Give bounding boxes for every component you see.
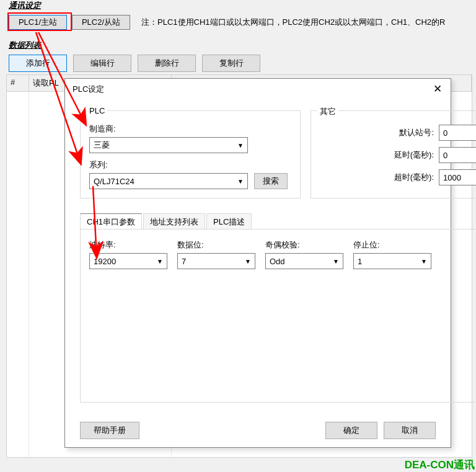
tab-addr[interactable]: 地址支持列表 <box>143 213 205 229</box>
delete-row-button[interactable]: 删除行 <box>138 55 196 72</box>
dialog-title: PLC设定 <box>73 84 104 95</box>
watermark: DEA-CON通讯 <box>405 458 475 472</box>
chevron-down-icon: ▼ <box>157 258 163 265</box>
section-comm-title: 通讯设定 <box>0 0 476 15</box>
tab-serial[interactable]: CH1串口参数 <box>80 213 142 229</box>
station-label: 默认站号: <box>399 127 434 138</box>
series-select[interactable]: Q/LJ71C24 ▼ <box>89 173 248 189</box>
plc2-tab[interactable]: PLC2/从站 <box>72 15 130 30</box>
plc1-tab[interactable]: PLC1/主站 <box>9 15 67 30</box>
delay-input[interactable] <box>439 147 476 163</box>
baud-select[interactable]: 19200 ▼ <box>89 253 167 269</box>
ok-button[interactable]: 确定 <box>325 422 377 439</box>
help-button[interactable]: 帮助手册 <box>80 422 139 439</box>
grid-col-num: # <box>7 75 29 91</box>
add-row-button[interactable]: 添加行 <box>9 55 67 72</box>
fieldset-plc-label: PLC <box>87 106 107 115</box>
fieldset-plc: PLC 制造商: 三菱 ▼ 系列: Q/LJ71C24 ▼ 搜索 <box>80 110 301 198</box>
edit-row-button[interactable]: 编辑行 <box>73 55 131 72</box>
tab-body-serial: 波特率: 19200 ▼ 数据位: 7 ▼ 奇偶 <box>80 229 476 403</box>
section-data-title: 数据列表 <box>0 40 476 55</box>
parity-select[interactable]: Odd ▼ <box>265 253 343 269</box>
fieldset-other: 其它 默认站号: 延时(毫秒): 超时(毫秒): <box>311 110 476 198</box>
chevron-down-icon: ▼ <box>237 178 244 185</box>
baud-value: 19200 <box>94 257 116 266</box>
plc-settings-dialog: PLC设定 ✕ PLC 制造商: 三菱 ▼ 系列: Q/LJ71C24 <box>64 78 451 448</box>
databits-label: 数据位: <box>177 239 255 251</box>
station-input[interactable] <box>439 125 476 141</box>
stopbits-select[interactable]: 1 ▼ <box>353 253 431 269</box>
cancel-button[interactable]: 取消 <box>384 422 436 439</box>
fieldset-other-label: 其它 <box>317 106 338 117</box>
parity-label: 奇偶校验: <box>265 239 343 251</box>
stopbits-value: 1 <box>358 257 362 266</box>
chevron-down-icon: ▼ <box>237 142 244 149</box>
timeout-label: 超时(毫秒): <box>394 172 434 183</box>
manufacturer-label: 制造商: <box>89 123 288 135</box>
manufacturer-select[interactable]: 三菱 ▼ <box>89 137 248 153</box>
timeout-input[interactable] <box>439 169 476 185</box>
search-button[interactable]: 搜索 <box>254 173 288 189</box>
chevron-down-icon: ▼ <box>333 258 339 265</box>
parity-value: Odd <box>270 257 285 266</box>
databits-value: 7 <box>182 257 186 266</box>
close-icon[interactable]: ✕ <box>431 82 444 96</box>
copy-row-button[interactable]: 复制行 <box>202 55 260 72</box>
databits-select[interactable]: 7 ▼ <box>177 253 255 269</box>
manufacturer-value: 三菱 <box>94 140 110 151</box>
chevron-down-icon: ▼ <box>421 258 427 265</box>
series-label: 系列: <box>89 159 288 171</box>
baud-label: 波特率: <box>89 239 167 251</box>
series-value: Q/LJ71C24 <box>94 177 134 186</box>
delay-label: 延时(毫秒): <box>394 149 434 161</box>
stopbits-label: 停止位: <box>353 239 431 251</box>
tab-desc[interactable]: PLC描述 <box>206 213 252 229</box>
note-text: 注：PLC1使用CH1端口或以太网端口，PLC2使用CH2或以太网端口，CH1、… <box>141 17 445 28</box>
chevron-down-icon: ▼ <box>245 258 251 265</box>
